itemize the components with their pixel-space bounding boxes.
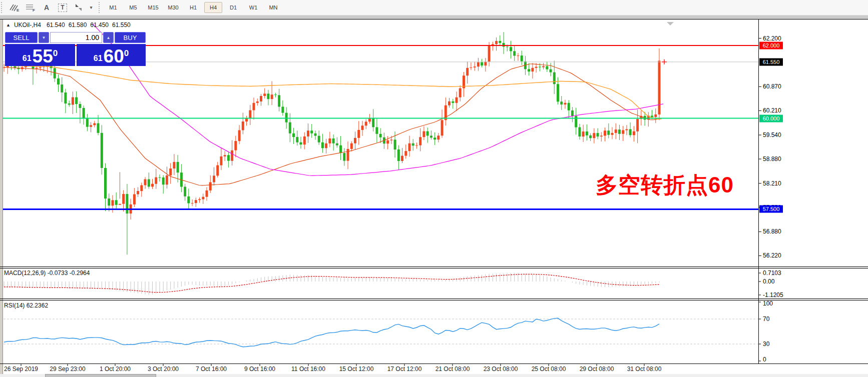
time-axis-label: 1 Oct 20:00 <box>100 366 131 372</box>
text-label-icon[interactable]: T <box>56 2 69 13</box>
macd-pane-bottom-border <box>0 298 868 299</box>
mt4-terminal: E F A T ▾ M1M5M15M30H1H4D1W1MN <box>0 0 868 377</box>
ma-slow-orange <box>4 66 662 119</box>
time-axis-label: 15 Oct 12:00 <box>339 366 374 372</box>
indicators-icon[interactable]: E <box>8 2 21 13</box>
macd-label: MACD(12,26,9) -0.0733 -0.2964 <box>4 270 90 276</box>
ma-mid-magenta <box>93 24 663 176</box>
letter-t-glyph: T <box>58 4 67 12</box>
macd-pane <box>4 273 659 295</box>
price-tick-label: 59.540 <box>763 132 781 138</box>
horizontal-scrollbar[interactable] <box>0 374 868 377</box>
time-axis-label: 9 Oct 16:00 <box>244 366 275 372</box>
macd-tick-label: 0.00 <box>763 278 774 285</box>
rsi-pane <box>0 318 758 346</box>
time-axis-label: 31 Oct 08:00 <box>627 366 662 372</box>
sell-price-big: 55 <box>33 48 53 65</box>
grid-icon[interactable]: F <box>24 2 37 13</box>
time-axis-label: 25 Oct 08:00 <box>532 366 566 372</box>
price-tick-label: 56.220 <box>763 252 781 259</box>
one-click-trading-panel: SELL ▼ ▲ BUY 61550 61600 <box>5 32 146 66</box>
price-pane-bottom-border <box>0 266 868 267</box>
volume-decrease-button[interactable]: ▼ <box>39 32 49 43</box>
rsi-tick-label: 100 <box>763 300 773 307</box>
timeframe-button-h4[interactable]: H4 <box>204 2 222 13</box>
ohlc-high: 61.580 <box>69 22 87 28</box>
svg-text:F: F <box>33 8 35 12</box>
shift-marker-icon <box>667 22 674 26</box>
chart-text-annotation: 多空转折点60 <box>596 170 734 200</box>
timeframe-button-m15[interactable]: M15 <box>144 2 162 13</box>
time-axis-label: 11 Oct 16:00 <box>291 366 325 372</box>
buy-price-prefix: 61 <box>94 54 103 63</box>
rsi-tick-label: 30 <box>763 340 769 348</box>
timeframe-button-m5[interactable]: M5 <box>124 2 142 13</box>
ohlc-low: 61.450 <box>90 22 109 28</box>
letter-a-glyph: A <box>44 4 49 12</box>
price-tick-label: 60.210 <box>763 107 781 114</box>
buy-price-sup: 0 <box>124 51 129 56</box>
rsi-tick-label: 0 <box>763 356 766 363</box>
price-badge-61.550: 61.550 <box>759 58 783 66</box>
last-price-marker <box>662 60 667 64</box>
volume-input[interactable] <box>50 32 102 43</box>
toolbar-drag-handle[interactable] <box>1 2 5 13</box>
timeframe-button-h1[interactable]: H1 <box>184 2 202 13</box>
timeframe-button-w1[interactable]: W1 <box>244 2 262 13</box>
ohlc-close: 61.550 <box>112 22 131 28</box>
time-axis-label: 23 Oct 08:00 <box>484 366 518 372</box>
price-tick-label: 58.880 <box>763 156 781 162</box>
svg-text:E: E <box>17 8 20 12</box>
price-badge-57.500: 57.500 <box>759 206 783 213</box>
timeframe-button-mn[interactable]: MN <box>264 2 282 13</box>
timeframe-button-d1[interactable]: D1 <box>224 2 242 13</box>
buy-price-big: 60 <box>104 48 124 65</box>
time-axis-label: 26 Sep 2019 <box>4 366 38 372</box>
ma-fast-orangered <box>4 64 662 186</box>
caret-up-icon: ▲ <box>107 36 111 40</box>
sell-button[interactable]: SELL <box>5 32 38 43</box>
time-axis-label: 7 Oct 16:00 <box>196 366 227 372</box>
timeframe-group: M1M5M15M30H1H4D1W1MN <box>103 2 283 13</box>
ohlc-open: 61.540 <box>47 22 65 28</box>
buy-price-button[interactable]: 61600 <box>77 44 146 66</box>
time-axis-label: 21 Oct 08:00 <box>436 366 470 372</box>
chart-top-border <box>0 19 868 20</box>
main-toolbar: E F A T ▾ M1M5M15M30H1H4D1W1MN <box>0 0 868 16</box>
buy-button[interactable]: BUY <box>115 32 146 43</box>
price-tick-label: 62.200 <box>763 35 781 42</box>
collapse-arrow-icon[interactable]: ▲ <box>6 22 11 28</box>
caret-down-icon: ▼ <box>42 36 46 40</box>
time-axis-label: 17 Oct 12:00 <box>387 366 422 372</box>
sell-price-prefix: 61 <box>23 54 32 63</box>
window-left-edge <box>0 19 3 377</box>
time-axis-label: 3 Oct 20:00 <box>148 366 179 372</box>
volume-increase-button[interactable]: ▲ <box>103 32 114 43</box>
macd-tick-label: -1.1205 <box>763 292 783 298</box>
chart-title: ▲ UKOil-,H4 61.540 61.580 61.450 61.550 <box>6 22 131 28</box>
time-axis-label: 29 Oct 08:00 <box>580 366 614 372</box>
rsi-pane-top-border <box>0 300 868 300</box>
time-axis-label: 29 Sep 23:00 <box>50 366 85 372</box>
toolbar-separator <box>99 2 100 13</box>
sell-price-sup: 0 <box>53 51 58 56</box>
dropdown-caret-icon[interactable]: ▾ <box>88 2 94 13</box>
symbol-period-label: UKOil-,H4 <box>14 22 41 28</box>
text-annotation-icon[interactable]: A <box>40 2 53 13</box>
rsi-pane-bottom-border <box>0 364 868 364</box>
price-badge-62.000: 62.000 <box>759 42 783 50</box>
macd-tick-label: 0.7103 <box>763 270 781 276</box>
price-axis-border <box>758 19 759 364</box>
price-tick-label: 56.880 <box>763 228 781 235</box>
macd-pane-top-border <box>0 268 868 268</box>
sell-price-button[interactable]: 61550 <box>5 44 75 66</box>
price-badge-60.000: 60.000 <box>759 114 783 122</box>
price-tick-label: 60.870 <box>763 83 781 90</box>
rsi-label: RSI(14) 62.2362 <box>4 302 48 309</box>
price-tick-label: 58.210 <box>763 180 781 187</box>
arrows-icon[interactable] <box>72 2 85 13</box>
timeframe-button-m1[interactable]: M1 <box>104 2 122 13</box>
scrollbar-thumb[interactable] <box>45 374 156 377</box>
timeframe-button-m30[interactable]: M30 <box>164 2 182 13</box>
rsi-tick-label: 70 <box>763 316 769 322</box>
